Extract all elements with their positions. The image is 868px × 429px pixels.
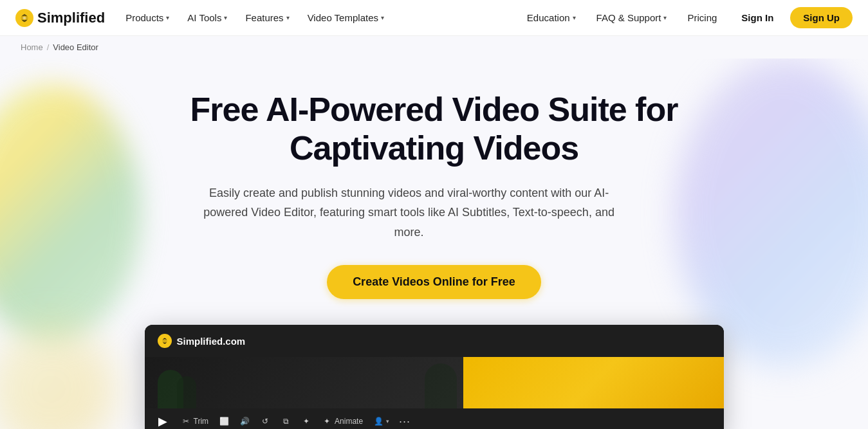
nav-item-products[interactable]: Products ▾ — [118, 8, 177, 27]
hero-subtitle: Easily create and publish stunning video… — [190, 183, 628, 242]
nav-left: Products ▾ AI Tools ▾ Features ▾ Video T… — [118, 8, 519, 27]
more-icon: ··· — [400, 416, 410, 426]
video-thumbnail — [145, 357, 724, 408]
brand-name: Simplified — [37, 10, 105, 26]
signup-button[interactable]: Sign Up — [790, 7, 853, 28]
hero-content: Free AI-Powered Video Suite for Captivat… — [190, 91, 678, 299]
video-preview: Simplified.com ▶ ✂ Trim — [145, 325, 724, 429]
nav-item-aitools[interactable]: AI Tools ▾ — [180, 8, 235, 27]
logo-icon — [15, 9, 33, 27]
blob-right-decoration — [675, 59, 868, 367]
nav-item-faq[interactable]: FAQ & Support ▾ — [589, 8, 675, 27]
toolbar-transform[interactable]: ✦ — [301, 416, 311, 426]
preview-logo-icon — [158, 334, 172, 348]
toolbar-people[interactable]: 👤 ▾ — [373, 416, 389, 426]
duplicate-icon: ⧉ — [281, 416, 291, 426]
nav-item-video-templates[interactable]: Video Templates ▾ — [300, 8, 392, 27]
nav-right: Education ▾ FAQ & Support ▾ Pricing Sign… — [519, 7, 853, 28]
chevron-down-icon: ▾ — [663, 14, 667, 21]
animate-icon: ✦ — [322, 416, 332, 426]
nav-item-pricing[interactable]: Pricing — [679, 8, 725, 27]
signin-button[interactable]: Sign In — [730, 8, 785, 28]
nav-item-education[interactable]: Education ▾ — [519, 8, 584, 27]
video-toolbar: ▶ ✂ Trim ⬜ 🔊 ↺ ⧉ ✦ ✦ Animate — [145, 408, 724, 429]
video-preview-header: Simplified.com — [145, 325, 724, 357]
undo-icon: ↺ — [260, 416, 270, 426]
chevron-down-icon: ▾ — [286, 14, 290, 21]
preview-logo-text: Simplified.com — [177, 336, 246, 347]
toolbar-animate[interactable]: ✦ Animate — [322, 416, 363, 426]
toolbar-trim-label: Trim — [194, 417, 209, 426]
blob-left-decoration — [0, 84, 142, 342]
blob-bottom-left-decoration — [0, 325, 116, 429]
toolbar-duplicate[interactable]: ⧉ — [281, 416, 291, 426]
scissors-icon: ✂ — [181, 416, 191, 426]
breadcrumb-current: Video Editor — [53, 42, 98, 52]
chevron-down-icon: ▾ — [381, 14, 384, 21]
toolbar-more[interactable]: ··· — [400, 416, 410, 426]
chevron-down-icon: ▾ — [166, 14, 169, 21]
toolbar-audio[interactable]: 🔊 — [239, 416, 250, 426]
transform-icon: ✦ — [301, 416, 311, 426]
toolbar-trim[interactable]: ✂ Trim — [181, 416, 209, 426]
toolbar-undo[interactable]: ↺ — [260, 416, 270, 426]
toolbar-crop[interactable]: ⬜ — [219, 416, 229, 426]
breadcrumb: Home / Video Editor — [0, 36, 868, 59]
hero-title: Free AI-Powered Video Suite for Captivat… — [190, 91, 678, 168]
hero-section: Free AI-Powered Video Suite for Captivat… — [0, 59, 868, 429]
toolbar-animate-label: Animate — [335, 417, 363, 426]
chevron-down-icon: ▾ — [573, 14, 576, 21]
people-icon: 👤 — [373, 416, 383, 426]
navbar: Simplified Products ▾ AI Tools ▾ Feature… — [0, 0, 868, 36]
nav-item-features[interactable]: Features ▾ — [237, 8, 297, 27]
preview-logo: Simplified.com — [158, 334, 246, 348]
logo[interactable]: Simplified — [15, 9, 105, 27]
crop-icon: ⬜ — [219, 416, 229, 426]
cta-button[interactable]: Create Videos Online for Free — [327, 265, 541, 299]
breadcrumb-home[interactable]: Home — [21, 42, 43, 52]
chevron-down-icon: ▾ — [386, 418, 389, 424]
breadcrumb-separator: / — [47, 42, 50, 52]
chevron-down-icon: ▾ — [224, 14, 227, 21]
play-button[interactable]: ▶ — [155, 414, 171, 429]
audio-icon: 🔊 — [239, 416, 250, 426]
